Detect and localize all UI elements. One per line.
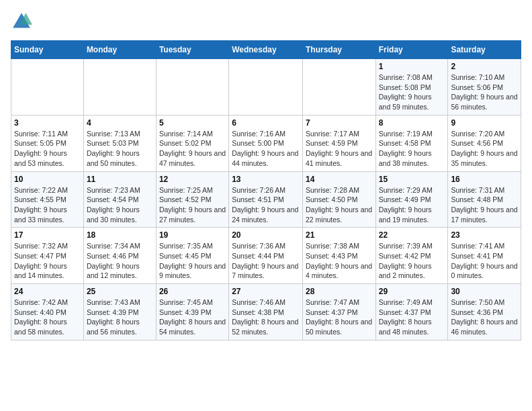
day-info: Sunrise: 7:17 AM Sunset: 4:59 PM Dayligh…	[306, 129, 373, 169]
day-number: 17	[14, 230, 81, 240]
day-number: 6	[232, 118, 300, 128]
logo	[11, 11, 35, 32]
day-number: 26	[159, 287, 226, 296]
day-number: 5	[159, 118, 226, 128]
calendar-cell: 9Sunrise: 7:20 AM Sunset: 4:56 PM Daylig…	[448, 115, 521, 171]
day-info: Sunrise: 7:49 AM Sunset: 4:37 PM Dayligh…	[379, 298, 445, 337]
weekday-header-sunday: Sunday	[11, 41, 84, 59]
calendar-cell: 30Sunrise: 7:50 AM Sunset: 4:36 PM Dayli…	[448, 284, 521, 340]
logo-icon	[11, 11, 32, 32]
calendar-week-1: 1Sunrise: 7:08 AM Sunset: 5:08 PM Daylig…	[11, 59, 521, 116]
calendar-cell: 25Sunrise: 7:43 AM Sunset: 4:39 PM Dayli…	[83, 284, 156, 340]
day-info: Sunrise: 7:45 AM Sunset: 4:39 PM Dayligh…	[159, 298, 226, 337]
day-number: 12	[159, 175, 226, 184]
day-number: 14	[306, 175, 373, 184]
day-info: Sunrise: 7:41 AM Sunset: 4:41 PM Dayligh…	[451, 241, 518, 281]
day-info: Sunrise: 7:38 AM Sunset: 4:43 PM Dayligh…	[306, 241, 373, 281]
calendar-cell: 19Sunrise: 7:35 AM Sunset: 4:45 PM Dayli…	[156, 228, 228, 284]
day-info: Sunrise: 7:11 AM Sunset: 5:05 PM Dayligh…	[14, 129, 81, 169]
calendar-cell: 28Sunrise: 7:47 AM Sunset: 4:37 PM Dayli…	[302, 284, 375, 340]
calendar-cell: 14Sunrise: 7:28 AM Sunset: 4:50 PM Dayli…	[302, 171, 375, 228]
day-number: 22	[379, 230, 445, 240]
calendar-cell: 22Sunrise: 7:39 AM Sunset: 4:42 PM Dayli…	[375, 228, 448, 284]
weekday-header-tuesday: Tuesday	[156, 41, 228, 59]
day-info: Sunrise: 7:16 AM Sunset: 5:00 PM Dayligh…	[232, 129, 300, 169]
day-number: 8	[379, 118, 445, 128]
day-number: 23	[451, 230, 518, 240]
day-info: Sunrise: 7:28 AM Sunset: 4:50 PM Dayligh…	[306, 185, 373, 225]
day-info: Sunrise: 7:23 AM Sunset: 4:54 PM Dayligh…	[87, 185, 153, 225]
day-number: 3	[14, 118, 81, 128]
day-info: Sunrise: 7:31 AM Sunset: 4:48 PM Dayligh…	[451, 185, 518, 225]
day-number: 15	[379, 175, 445, 184]
calendar-cell	[11, 59, 84, 116]
calendar-cell: 10Sunrise: 7:22 AM Sunset: 4:55 PM Dayli…	[11, 171, 84, 228]
calendar-cell: 12Sunrise: 7:25 AM Sunset: 4:52 PM Dayli…	[156, 171, 228, 228]
day-number: 21	[306, 230, 373, 240]
day-info: Sunrise: 7:14 AM Sunset: 5:02 PM Dayligh…	[159, 129, 226, 169]
day-info: Sunrise: 7:19 AM Sunset: 4:58 PM Dayligh…	[379, 129, 445, 169]
day-number: 1	[379, 62, 445, 71]
calendar-cell: 11Sunrise: 7:23 AM Sunset: 4:54 PM Dayli…	[83, 171, 156, 228]
calendar-cell: 13Sunrise: 7:26 AM Sunset: 4:51 PM Dayli…	[229, 171, 303, 228]
calendar-cell: 23Sunrise: 7:41 AM Sunset: 4:41 PM Dayli…	[448, 228, 521, 284]
calendar-week-3: 10Sunrise: 7:22 AM Sunset: 4:55 PM Dayli…	[11, 171, 521, 228]
day-info: Sunrise: 7:26 AM Sunset: 4:51 PM Dayligh…	[232, 185, 300, 225]
day-info: Sunrise: 7:13 AM Sunset: 5:03 PM Dayligh…	[87, 129, 153, 169]
day-info: Sunrise: 7:32 AM Sunset: 4:47 PM Dayligh…	[14, 241, 81, 281]
day-info: Sunrise: 7:43 AM Sunset: 4:39 PM Dayligh…	[87, 298, 153, 337]
calendar-cell: 7Sunrise: 7:17 AM Sunset: 4:59 PM Daylig…	[302, 115, 375, 171]
calendar-cell: 29Sunrise: 7:49 AM Sunset: 4:37 PM Dayli…	[375, 284, 448, 340]
day-info: Sunrise: 7:34 AM Sunset: 4:46 PM Dayligh…	[87, 241, 153, 281]
day-info: Sunrise: 7:36 AM Sunset: 4:44 PM Dayligh…	[232, 241, 300, 281]
calendar-cell: 2Sunrise: 7:10 AM Sunset: 5:06 PM Daylig…	[448, 59, 521, 116]
day-info: Sunrise: 7:25 AM Sunset: 4:52 PM Dayligh…	[159, 185, 226, 225]
day-number: 16	[451, 175, 518, 184]
day-number: 18	[87, 230, 153, 240]
calendar-cell: 27Sunrise: 7:46 AM Sunset: 4:38 PM Dayli…	[229, 284, 303, 340]
calendar-cell	[156, 59, 228, 116]
day-info: Sunrise: 7:08 AM Sunset: 5:08 PM Dayligh…	[379, 73, 445, 112]
calendar-cell: 21Sunrise: 7:38 AM Sunset: 4:43 PM Dayli…	[302, 228, 375, 284]
calendar-cell: 18Sunrise: 7:34 AM Sunset: 4:46 PM Dayli…	[83, 228, 156, 284]
calendar-cell: 17Sunrise: 7:32 AM Sunset: 4:47 PM Dayli…	[11, 228, 84, 284]
day-info: Sunrise: 7:29 AM Sunset: 4:49 PM Dayligh…	[379, 185, 445, 225]
day-info: Sunrise: 7:20 AM Sunset: 4:56 PM Dayligh…	[451, 129, 518, 169]
calendar-cell: 5Sunrise: 7:14 AM Sunset: 5:02 PM Daylig…	[156, 115, 228, 171]
day-number: 13	[232, 175, 300, 184]
calendar-week-4: 17Sunrise: 7:32 AM Sunset: 4:47 PM Dayli…	[11, 228, 521, 284]
day-number: 19	[159, 230, 226, 240]
weekday-header-friday: Friday	[375, 41, 448, 59]
calendar-cell: 15Sunrise: 7:29 AM Sunset: 4:49 PM Dayli…	[375, 171, 448, 228]
day-info: Sunrise: 7:46 AM Sunset: 4:38 PM Dayligh…	[232, 298, 300, 337]
calendar-cell: 16Sunrise: 7:31 AM Sunset: 4:48 PM Dayli…	[448, 171, 521, 228]
calendar-table: SundayMondayTuesdayWednesdayThursdayFrid…	[11, 40, 521, 340]
day-info: Sunrise: 7:39 AM Sunset: 4:42 PM Dayligh…	[379, 241, 445, 281]
calendar-cell	[302, 59, 375, 116]
calendar-cell: 3Sunrise: 7:11 AM Sunset: 5:05 PM Daylig…	[11, 115, 84, 171]
day-number: 30	[451, 287, 518, 296]
calendar-cell	[83, 59, 156, 116]
calendar-week-2: 3Sunrise: 7:11 AM Sunset: 5:05 PM Daylig…	[11, 115, 521, 171]
day-number: 11	[87, 175, 153, 184]
weekday-header-saturday: Saturday	[448, 41, 521, 59]
day-number: 28	[306, 287, 373, 296]
calendar-cell: 24Sunrise: 7:42 AM Sunset: 4:40 PM Dayli…	[11, 284, 84, 340]
weekday-header-wednesday: Wednesday	[229, 41, 303, 59]
calendar-cell: 26Sunrise: 7:45 AM Sunset: 4:39 PM Dayli…	[156, 284, 228, 340]
day-info: Sunrise: 7:50 AM Sunset: 4:36 PM Dayligh…	[451, 298, 518, 337]
calendar-cell: 1Sunrise: 7:08 AM Sunset: 5:08 PM Daylig…	[375, 59, 448, 116]
day-number: 27	[232, 287, 300, 296]
calendar-cell	[229, 59, 303, 116]
day-number: 4	[87, 118, 153, 128]
calendar-week-5: 24Sunrise: 7:42 AM Sunset: 4:40 PM Dayli…	[11, 284, 521, 340]
day-info: Sunrise: 7:42 AM Sunset: 4:40 PM Dayligh…	[14, 298, 81, 337]
day-number: 2	[451, 62, 518, 71]
calendar-cell: 4Sunrise: 7:13 AM Sunset: 5:03 PM Daylig…	[83, 115, 156, 171]
day-info: Sunrise: 7:35 AM Sunset: 4:45 PM Dayligh…	[159, 241, 226, 281]
day-number: 10	[14, 175, 81, 184]
day-number: 25	[87, 287, 153, 296]
day-number: 29	[379, 287, 445, 296]
day-info: Sunrise: 7:47 AM Sunset: 4:37 PM Dayligh…	[306, 298, 373, 337]
day-number: 9	[451, 118, 518, 128]
